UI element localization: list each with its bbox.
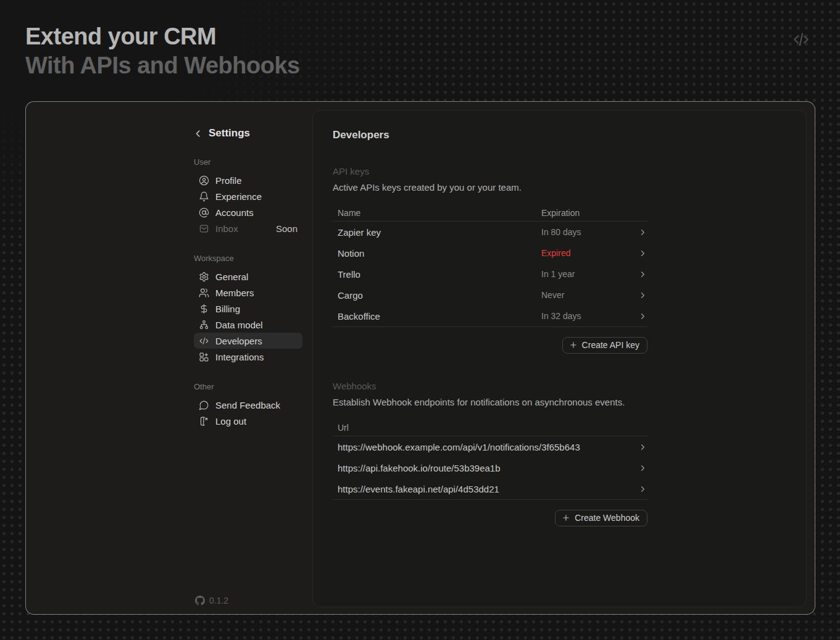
webhooks-table-header: Url: [333, 419, 647, 436]
sidebar-item-label: Data model: [215, 320, 263, 330]
code-icon: [199, 336, 209, 346]
sidebar-item-data-model[interactable]: Data model: [194, 317, 302, 333]
bell-icon: [199, 191, 209, 202]
nav-group-other: Send Feedback Log out: [194, 397, 302, 429]
api-key-expiration: In 1 year: [541, 269, 636, 279]
api-keys-table: Name Expiration Zapier key In 80 days No…: [333, 204, 647, 327]
logout-icon: [199, 416, 209, 426]
webhook-url: https://events.fakeapi.net/api/4d53dd21: [333, 484, 636, 494]
create-webhook-label: Create Webhook: [575, 513, 639, 523]
sidebar-item-label: Experience: [215, 191, 262, 202]
sidebar-item-log-out[interactable]: Log out: [194, 413, 302, 429]
api-key-name: Notion: [333, 248, 541, 259]
api-key-row[interactable]: Cargo Never: [333, 285, 647, 305]
api-key-row[interactable]: Notion Expired: [333, 243, 647, 264]
sidebar-item-accounts[interactable]: Accounts: [194, 204, 302, 220]
gear-icon: [199, 272, 209, 282]
developers-panel: Developers API keys Active APIs keys cre…: [312, 110, 807, 607]
api-key-expiration: In 32 days: [541, 311, 636, 321]
plus-icon: [569, 341, 578, 349]
sidebar-item-developers[interactable]: Developers: [194, 333, 302, 349]
webhook-row[interactable]: https://webhook.example.com/api/v1/notif…: [333, 436, 647, 457]
api-key-expiration: Expired: [541, 248, 636, 258]
hierarchy-icon: [199, 320, 209, 330]
sidebar-item-send-feedback[interactable]: Send Feedback: [194, 397, 302, 413]
settings-title: Settings: [209, 127, 250, 139]
api-key-row[interactable]: Backoffice In 32 days: [333, 305, 647, 326]
sidebar-item-general[interactable]: General: [194, 268, 302, 285]
section-label-user: User: [194, 157, 302, 167]
sidebar-item-experience[interactable]: Experience: [194, 188, 302, 204]
sidebar-item-label: Developers: [215, 336, 262, 346]
app-version: 0.1.2: [194, 596, 302, 605]
sidebar-item-profile[interactable]: Profile: [194, 172, 302, 188]
column-header-url: Url: [333, 423, 636, 433]
api-key-row[interactable]: Trello In 1 year: [333, 264, 647, 285]
api-keys-table-header: Name Expiration: [333, 204, 647, 222]
sidebar-item-members[interactable]: Members: [194, 285, 302, 301]
api-key-name: Trello: [333, 269, 541, 280]
sidebar-item-label: Profile: [215, 175, 242, 186]
sidebar-item-integrations[interactable]: Integrations: [194, 349, 302, 365]
webhook-url: https://webhook.example.com/api/v1/notif…: [333, 442, 636, 452]
column-header-expiration: Expiration: [541, 208, 636, 218]
api-keys-description: Active APIs keys created by you or your …: [333, 182, 647, 194]
settings-back-button[interactable]: Settings: [194, 127, 302, 140]
sidebar-item-inbox: Inbox Soon: [194, 220, 302, 236]
sidebar-item-label: General: [215, 272, 248, 282]
section-label-other: Other: [194, 382, 302, 392]
settings-window: Settings User Profile Experience: [25, 101, 815, 615]
api-keys-section-title: API keys: [333, 166, 647, 178]
chevron-right-icon: [636, 443, 647, 452]
sidebar-item-label: Billing: [215, 304, 240, 314]
api-key-expiration: Never: [541, 290, 636, 300]
sidebar-item-label: Accounts: [215, 207, 254, 218]
sidebar-item-billing[interactable]: Billing: [194, 301, 302, 317]
api-key-name: Zapier key: [333, 227, 541, 238]
at-sign-icon: [199, 207, 209, 218]
nav-group-user: Profile Experience Accounts: [194, 172, 302, 236]
inbox-icon: [199, 223, 209, 234]
chevron-right-icon: [636, 228, 647, 237]
sidebar-item-label: Members: [215, 288, 254, 298]
api-key-row[interactable]: Zapier key In 80 days: [333, 222, 647, 243]
chevron-right-icon: [636, 270, 647, 279]
sidebar-item-label: Log out: [215, 416, 246, 426]
section-label-workspace: Workspace: [194, 254, 302, 264]
code-icon: [791, 30, 811, 49]
webhook-url: https://api.fakehook.io/route/53b39ea1b: [333, 463, 636, 473]
sidebar-item-label: Send Feedback: [215, 400, 280, 410]
webhook-row[interactable]: https://api.fakehook.io/route/53b39ea1b: [333, 457, 647, 478]
column-header-name: Name: [333, 208, 541, 218]
page-subtitle: With APIs and Webhooks: [25, 51, 840, 80]
chevron-right-icon: [636, 312, 647, 321]
dollar-icon: [199, 304, 209, 314]
panel-title: Developers: [333, 129, 647, 143]
create-api-key-button[interactable]: Create API key: [562, 337, 647, 354]
github-icon: [195, 596, 205, 605]
grid-plus-icon: [199, 352, 209, 362]
page-header: Extend your CRM With APIs and Webhooks: [0, 0, 840, 80]
soon-badge: Soon: [276, 223, 297, 234]
webhooks-table: Url https://webhook.example.com/api/v1/n…: [333, 419, 647, 500]
page-title: Extend your CRM: [25, 22, 840, 51]
chevron-left-icon: [194, 129, 203, 138]
sidebar-item-label: Integrations: [215, 352, 264, 362]
api-key-name: Cargo: [333, 290, 541, 301]
chevron-right-icon: [636, 484, 647, 494]
chat-bubble-icon: [199, 400, 209, 410]
settings-sidebar: Settings User Profile Experience: [194, 102, 302, 614]
chevron-right-icon: [636, 249, 647, 258]
chevron-right-icon: [636, 463, 647, 473]
version-text: 0.1.2: [209, 596, 228, 605]
nav-group-workspace: General Members Billing: [194, 268, 302, 365]
create-webhook-button[interactable]: Create Webhook: [555, 510, 647, 526]
chevron-right-icon: [636, 291, 647, 300]
sidebar-item-label: Inbox: [215, 223, 238, 234]
api-key-expiration: In 80 days: [541, 227, 636, 237]
webhooks-description: Establish Webhook endpoints for notifica…: [333, 397, 647, 409]
sidebar-region: Settings User Profile Experience: [26, 102, 312, 614]
webhook-row[interactable]: https://events.fakeapi.net/api/4d53dd21: [333, 478, 647, 499]
webhooks-section-title: Webhooks: [333, 381, 647, 393]
api-key-name: Backoffice: [333, 311, 541, 322]
